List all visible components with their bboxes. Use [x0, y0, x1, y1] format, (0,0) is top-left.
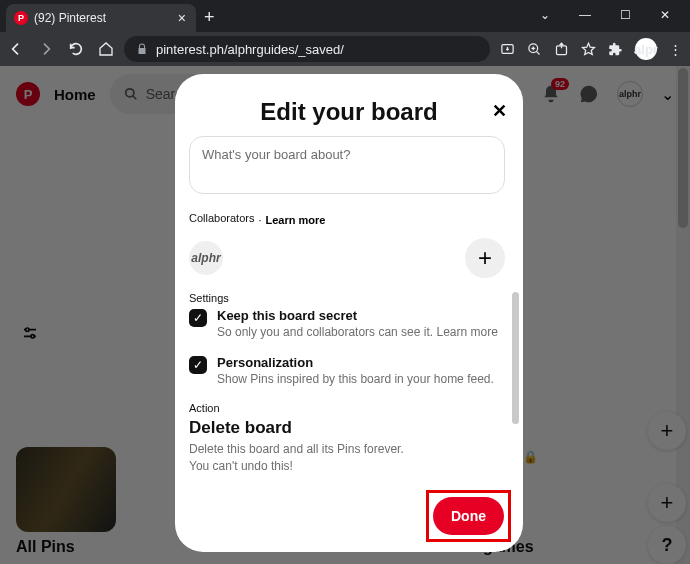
- url-text: pinterest.ph/alphrguides/_saved/: [156, 42, 344, 57]
- description-input[interactable]: What's your board about?: [189, 136, 505, 194]
- secret-title: Keep this board secret: [217, 308, 498, 323]
- action-label: Action: [189, 402, 505, 414]
- install-icon[interactable]: [500, 42, 515, 57]
- personalization-checkbox[interactable]: ✓: [189, 356, 207, 374]
- back-icon[interactable]: [8, 41, 24, 57]
- collaborators-label: Collaborators: [189, 212, 254, 224]
- address-bar[interactable]: pinterest.ph/alphrguides/_saved/: [124, 36, 490, 62]
- done-highlight: Done: [426, 490, 511, 542]
- new-tab-button[interactable]: +: [196, 3, 223, 32]
- minimize-icon[interactable]: —: [566, 2, 604, 28]
- secret-checkbox[interactable]: ✓: [189, 309, 207, 327]
- delete-board-description: Delete this board and all its Pins forev…: [189, 441, 505, 475]
- personalization-title: Personalization: [217, 355, 494, 370]
- maximize-icon[interactable]: ☐: [606, 2, 644, 28]
- profile-avatar[interactable]: alpr: [635, 38, 657, 60]
- pinterest-favicon: P: [14, 11, 28, 25]
- tab-title: (92) Pinterest: [34, 11, 170, 25]
- personalization-description: Show Pins inspired by this board in your…: [217, 372, 494, 386]
- delete-board-title[interactable]: Delete board: [189, 418, 505, 438]
- share-icon[interactable]: [554, 42, 569, 57]
- chevron-down-icon[interactable]: ⌄: [526, 2, 564, 28]
- modal-title: Edit your board: [195, 98, 503, 126]
- reload-icon[interactable]: [68, 41, 84, 57]
- secret-description: So only you and collaborators can see it…: [217, 325, 498, 339]
- lock-icon: [136, 43, 148, 55]
- forward-icon[interactable]: [38, 41, 54, 57]
- kebab-menu-icon[interactable]: ⋮: [669, 42, 682, 57]
- add-collaborator-button[interactable]: +: [465, 238, 505, 278]
- learn-more-link[interactable]: Learn more: [265, 214, 325, 226]
- extensions-icon[interactable]: [608, 42, 623, 57]
- close-window-icon[interactable]: ✕: [646, 2, 684, 28]
- settings-label: Settings: [189, 292, 505, 304]
- browser-tab[interactable]: P (92) Pinterest ×: [6, 4, 196, 32]
- star-icon[interactable]: [581, 42, 596, 57]
- edit-board-modal: Edit your board ✕ What's your board abou…: [175, 74, 523, 552]
- done-button[interactable]: Done: [433, 497, 504, 535]
- modal-scrollbar[interactable]: [512, 142, 519, 424]
- close-tab-icon[interactable]: ×: [176, 10, 188, 26]
- collaborator-avatar: alphr: [189, 241, 223, 275]
- close-icon[interactable]: ✕: [492, 100, 507, 122]
- zoom-icon[interactable]: [527, 42, 542, 57]
- learn-more-link[interactable]: Learn more: [436, 325, 497, 339]
- description-placeholder: What's your board about?: [202, 147, 350, 162]
- home-icon[interactable]: [98, 41, 114, 57]
